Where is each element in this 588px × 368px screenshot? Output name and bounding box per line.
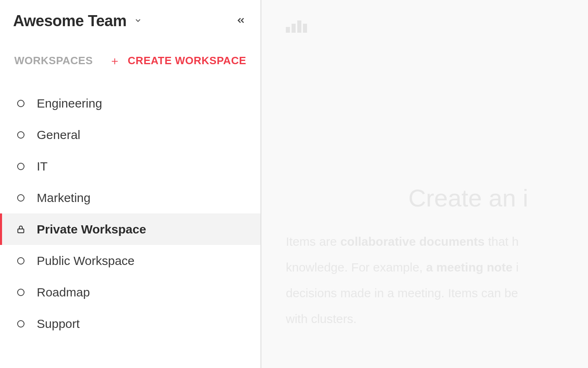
workspace-item-private-workspace[interactable]: Private Workspace — [0, 213, 261, 245]
bars-icon — [286, 16, 314, 33]
workspace-item-it[interactable]: IT — [0, 150, 261, 182]
main-content: Create an i Items are collaborative docu… — [261, 0, 588, 368]
text-fragment-bold: a meeting note — [426, 260, 513, 274]
workspace-item-public-workspace[interactable]: Public Workspace — [0, 245, 261, 276]
workspace-label: IT — [37, 159, 48, 173]
text-fragment: knowledge. For example, — [286, 260, 426, 274]
app-root: Awesome Team WORKSPACES ＋ CREATE WORKSPA… — [0, 0, 588, 368]
workspace-item-engineering[interactable]: Engineering — [0, 88, 261, 119]
workspace-label: Support — [37, 317, 80, 331]
circle-icon — [16, 193, 25, 202]
sidebar-header: Awesome Team — [0, 12, 261, 30]
main-title: Create an i — [408, 184, 588, 212]
team-name: Awesome Team — [13, 12, 127, 30]
text-fragment: Items are — [286, 235, 340, 248]
circle-icon — [16, 319, 25, 328]
circle-icon — [16, 162, 25, 171]
text-fragment: decisions made in a meeting. Items can b… — [286, 280, 588, 306]
workspaces-section-header: WORKSPACES ＋ CREATE WORKSPACE — [0, 54, 261, 67]
chevron-double-left-icon — [236, 15, 246, 27]
main-content-faded: Create an i Items are collaborative docu… — [286, 16, 588, 332]
create-workspace-button[interactable]: ＋ CREATE WORKSPACE — [109, 54, 246, 67]
sidebar: Awesome Team WORKSPACES ＋ CREATE WORKSPA… — [0, 0, 261, 368]
svg-rect-0 — [18, 229, 24, 233]
text-fragment: i — [512, 260, 519, 274]
workspace-item-general[interactable]: General — [0, 119, 261, 150]
workspace-item-marketing[interactable]: Marketing — [0, 182, 261, 213]
workspaces-section-label: WORKSPACES — [14, 54, 93, 67]
text-fragment: with clusters. — [286, 306, 588, 332]
chevron-down-icon — [134, 16, 142, 26]
workspace-label: Public Workspace — [37, 254, 135, 268]
circle-icon — [16, 256, 25, 265]
text-fragment: that h — [485, 235, 519, 248]
lock-icon — [16, 225, 25, 234]
workspace-item-roadmap[interactable]: Roadmap — [0, 276, 261, 308]
plus-icon: ＋ — [109, 55, 120, 67]
main-body-text: Items are collaborative documents that h… — [286, 229, 588, 332]
workspace-list: Engineering General IT Marketing — [0, 88, 261, 339]
text-fragment-bold: collaborative documents — [340, 235, 484, 248]
create-workspace-label: CREATE WORKSPACE — [128, 54, 246, 67]
team-switcher[interactable]: Awesome Team — [13, 12, 142, 30]
circle-icon — [16, 130, 25, 139]
workspace-label: Private Workspace — [37, 222, 146, 236]
workspace-label: Marketing — [37, 191, 91, 205]
circle-icon — [16, 288, 25, 297]
workspace-item-support[interactable]: Support — [0, 308, 261, 339]
collapse-sidebar-button[interactable] — [236, 15, 246, 27]
workspace-label: Roadmap — [37, 285, 90, 299]
workspace-label: General — [37, 128, 80, 142]
circle-icon — [16, 99, 25, 108]
workspace-label: Engineering — [37, 96, 102, 110]
